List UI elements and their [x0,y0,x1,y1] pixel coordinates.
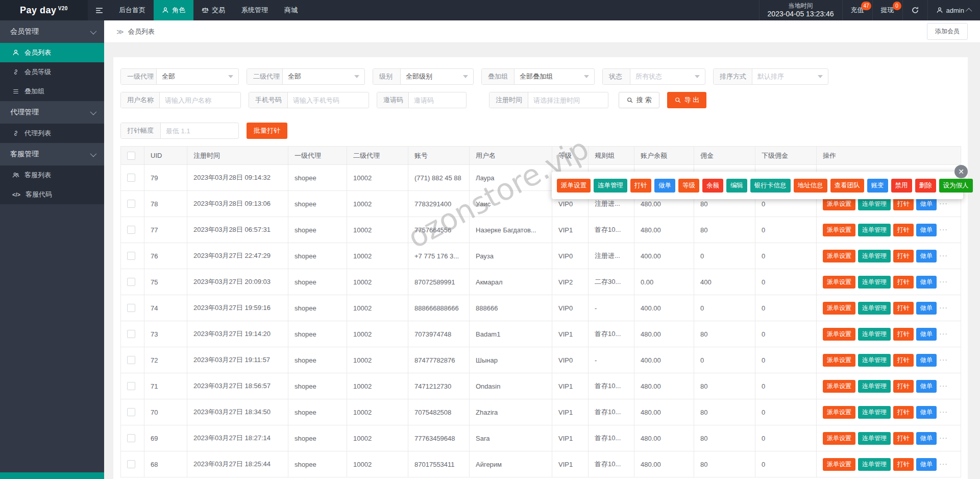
close-icon[interactable]: ✕ [954,165,968,178]
row-checkbox[interactable] [127,278,135,286]
popup-action-连单管理[interactable]: 连单管理 [594,179,627,193]
action-连单管理[interactable]: 连单管理 [858,302,891,315]
action-派单设置[interactable]: 派单设置 [823,458,855,471]
action-派单设置[interactable]: 派单设置 [823,406,855,419]
action-做单[interactable]: 做单 [916,328,937,341]
row-checkbox[interactable] [127,382,135,390]
action-做单[interactable]: 做单 [916,198,937,210]
nav-tab-系统管理[interactable]: 系统管理 [233,0,276,20]
search-button[interactable]: 搜 索 [619,92,659,108]
more-actions-button[interactable]: ··· [939,408,948,416]
action-做单[interactable]: 做单 [916,276,937,289]
popup-action-删除[interactable]: 删除 [915,179,936,193]
more-actions-button[interactable]: ··· [939,329,948,338]
action-连单管理[interactable]: 连单管理 [858,458,891,471]
more-actions-button[interactable]: ··· [939,251,948,259]
row-checkbox[interactable] [127,252,135,260]
withdraw-menu-item[interactable]: 提现 0 [872,0,902,20]
more-actions-button[interactable]: ··· [939,460,948,468]
action-打针[interactable]: 打针 [893,380,914,393]
nav-tab-角色[interactable]: 角色 [154,0,193,20]
nav-tab-后台首页[interactable]: 后台首页 [111,0,154,20]
action-做单[interactable]: 做单 [916,224,937,236]
action-打针[interactable]: 打针 [893,276,914,289]
row-checkbox[interactable] [127,408,135,416]
sidebar-group-客服管理[interactable]: 客服管理 [0,143,104,165]
hamburger-icon[interactable] [88,0,111,20]
popup-action-做单[interactable]: 做单 [654,179,675,193]
popup-action-账变[interactable]: 账变 [867,179,888,193]
filter-select-value-level[interactable]: 全部级别 [401,69,473,84]
sidebar-collapse-strip[interactable] [0,472,104,479]
action-连单管理[interactable]: 连单管理 [858,276,891,289]
action-派单设置[interactable]: 派单设置 [823,380,855,393]
action-派单设置[interactable]: 派单设置 [823,354,855,367]
regtime-input[interactable] [528,92,608,108]
row-checkbox[interactable] [127,304,135,312]
more-actions-button[interactable]: ··· [939,434,948,442]
action-连单管理[interactable]: 连单管理 [858,380,891,393]
more-actions-button[interactable]: ··· [939,199,948,207]
recharge-menu-item[interactable]: 充值 47 [842,0,872,20]
sidebar-group-会员管理[interactable]: 会员管理 [0,20,104,43]
filter-select-value-sort[interactable]: 默认排序 [752,69,828,84]
admin-user-menu[interactable]: admin [927,0,980,20]
more-actions-button[interactable]: ··· [939,277,948,285]
row-checkbox[interactable] [127,434,135,442]
popup-action-地址信息[interactable]: 地址信息 [794,179,827,193]
refresh-button[interactable] [902,0,927,20]
action-派单设置[interactable]: 派单设置 [823,276,855,289]
action-连单管理[interactable]: 连单管理 [858,328,891,341]
action-做单[interactable]: 做单 [916,302,937,315]
action-打针[interactable]: 打针 [893,432,914,445]
action-做单[interactable]: 做单 [916,458,937,471]
action-连单管理[interactable]: 连单管理 [858,250,891,262]
action-派单设置[interactable]: 派单设置 [823,432,855,445]
action-做单[interactable]: 做单 [916,432,937,445]
action-打针[interactable]: 打针 [893,250,914,262]
more-actions-button[interactable]: ··· [939,225,948,233]
action-派单设置[interactable]: 派单设置 [823,224,855,236]
popup-action-打针[interactable]: 打针 [630,179,651,193]
export-button[interactable]: 导 出 [667,92,707,108]
action-连单管理[interactable]: 连单管理 [858,432,891,445]
popup-action-查看团队[interactable]: 查看团队 [830,179,864,193]
sidebar-item-叠加组[interactable]: 叠加组 [0,82,104,101]
row-checkbox[interactable] [127,460,135,468]
popup-action-银行卡信息[interactable]: 银行卡信息 [750,179,791,193]
popup-action-余额[interactable]: 余额 [702,179,723,193]
row-checkbox[interactable] [127,174,135,182]
action-打针[interactable]: 打针 [893,328,914,341]
action-做单[interactable]: 做单 [916,354,937,367]
action-派单设置[interactable]: 派单设置 [823,198,855,210]
action-做单[interactable]: 做单 [916,250,937,262]
filter-select-value-agent1[interactable]: 全部 [157,69,238,84]
action-打针[interactable]: 打针 [893,354,914,367]
action-做单[interactable]: 做单 [916,406,937,419]
nav-tab-商城[interactable]: 商城 [276,0,306,20]
more-actions-button[interactable]: ··· [939,355,948,364]
action-连单管理[interactable]: 连单管理 [858,224,891,236]
action-打针[interactable]: 打针 [893,302,914,315]
action-做单[interactable]: 做单 [916,380,937,393]
username-input[interactable] [160,92,240,108]
sidebar-item-客服代码[interactable]: </>客服代码 [0,185,104,204]
action-派单设置[interactable]: 派单设置 [823,250,855,262]
popup-action-设为假人[interactable]: 设为假人 [939,179,973,193]
popup-action-等级[interactable]: 等级 [678,179,699,193]
row-checkbox[interactable] [127,226,135,234]
filter-select-value-group[interactable]: 全部叠加组 [514,69,594,84]
popup-action-禁用[interactable]: 禁用 [891,179,912,193]
more-actions-button[interactable]: ··· [939,381,948,390]
action-打针[interactable]: 打针 [893,406,914,419]
action-连单管理[interactable]: 连单管理 [858,198,891,210]
action-打针[interactable]: 打针 [893,224,914,236]
select-all-checkbox[interactable] [127,152,135,160]
row-checkbox[interactable] [127,330,135,338]
popup-action-派单设置[interactable]: 派单设置 [557,179,591,193]
invite-input[interactable] [409,92,466,108]
nav-tab-交易[interactable]: 交易 [193,0,233,20]
action-连单管理[interactable]: 连单管理 [858,354,891,367]
more-actions-button[interactable]: ··· [939,303,948,312]
action-派单设置[interactable]: 派单设置 [823,328,855,341]
